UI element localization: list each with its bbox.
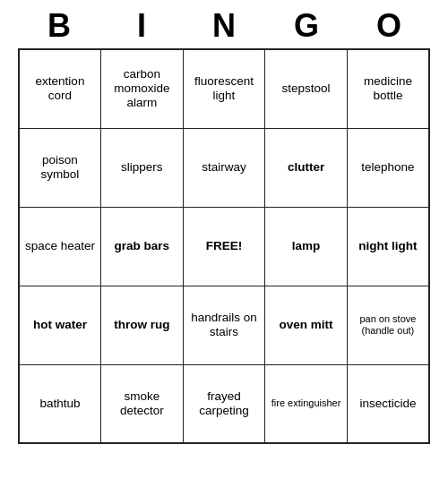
cell-0-3: stepstool — [265, 49, 348, 128]
cell-0-4: medicine bottle — [347, 49, 429, 128]
cell-0-1: carbon momoxide alarm — [100, 49, 183, 128]
cell-1-4: telephone — [347, 128, 429, 207]
cell-4-2: frayed carpeting — [183, 364, 265, 443]
cell-2-2: FREE! — [183, 207, 265, 286]
cell-2-0: space heater — [19, 207, 100, 286]
cell-0-2: fluorescent light — [183, 49, 265, 128]
bingo-letter-G: G — [271, 7, 342, 45]
cell-3-4: pan on stove (handle out) — [347, 286, 429, 364]
bingo-letter-N: N — [188, 7, 260, 45]
cell-1-2: stairway — [183, 128, 265, 207]
cell-1-0: poison symbol — [19, 128, 100, 207]
cell-3-2: handrails on stairs — [183, 286, 265, 364]
bingo-grid: extention cordcarbon momoxide alarmfluor… — [18, 48, 430, 444]
cell-1-1: slippers — [100, 128, 183, 207]
cell-2-4: night light — [347, 207, 429, 286]
bingo-title: BINGO — [18, 0, 430, 48]
cell-4-4: insecticide — [347, 364, 429, 443]
cell-3-0: hot water — [19, 286, 100, 364]
bingo-letter-I: I — [106, 7, 177, 45]
cell-0-0: extention cord — [19, 49, 100, 128]
cell-4-0: bathtub — [19, 364, 100, 443]
cell-2-1: grab bars — [100, 207, 183, 286]
bingo-letter-O: O — [353, 7, 425, 45]
cell-4-3: fire extinguisher — [265, 364, 348, 443]
cell-1-3: clutter — [265, 128, 348, 207]
cell-3-1: throw rug — [100, 286, 183, 364]
grid-row-4: bathtubsmoke detectorfrayed carpetingfir… — [19, 364, 429, 443]
bingo-letter-B: B — [23, 7, 95, 45]
grid-row-1: poison symbolslippersstairwaycluttertele… — [19, 128, 429, 207]
cell-2-3: lamp — [265, 207, 348, 286]
cell-3-3: oven mitt — [265, 286, 348, 364]
cell-4-1: smoke detector — [100, 364, 183, 443]
grid-row-2: space heatergrab barsFREE!lampnight ligh… — [19, 207, 429, 286]
grid-row-0: extention cordcarbon momoxide alarmfluor… — [19, 49, 429, 128]
grid-row-3: hot waterthrow rughandrails on stairsove… — [19, 286, 429, 364]
